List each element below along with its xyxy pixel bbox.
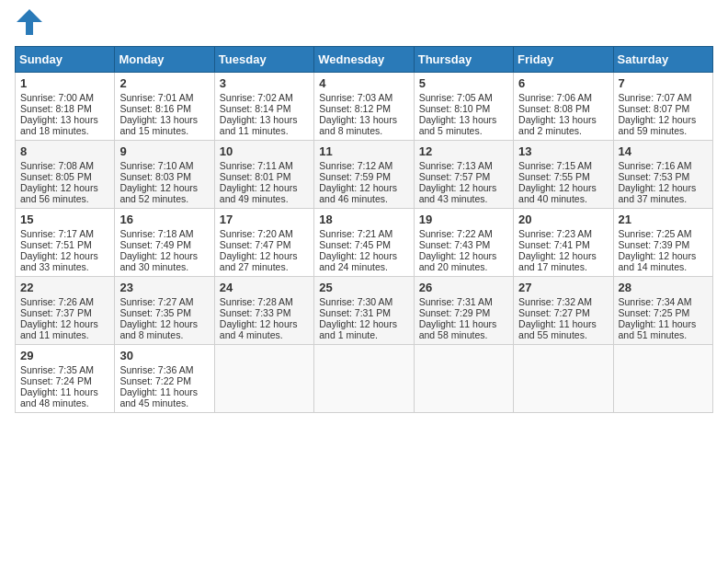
col-header-wednesday: Wednesday <box>314 47 414 73</box>
day-info: Sunrise: 7:06 AM <box>518 92 608 103</box>
calendar-cell: 1Sunrise: 7:00 AMSunset: 8:18 PMDaylight… <box>16 73 115 141</box>
day-info: Sunrise: 7:21 AM <box>319 228 408 239</box>
calendar-table: SundayMondayTuesdayWednesdayThursdayFrid… <box>15 46 713 413</box>
day-info: and 51 minutes. <box>619 329 708 340</box>
day-info: Sunset: 7:29 PM <box>419 307 508 318</box>
logo <box>15 15 42 37</box>
day-info: Daylight: 12 hours <box>419 182 508 193</box>
day-number: 27 <box>518 281 608 294</box>
day-info: Daylight: 13 hours <box>119 114 209 125</box>
day-info: Sunrise: 7:07 AM <box>619 92 708 103</box>
day-info: and 2 minutes. <box>518 125 608 136</box>
day-info: and 14 minutes. <box>619 261 708 272</box>
calendar-cell: 14Sunrise: 7:16 AMSunset: 7:53 PMDayligh… <box>613 141 712 209</box>
day-info: Daylight: 13 hours <box>419 114 508 125</box>
day-info: and 55 minutes. <box>518 329 608 340</box>
day-info: and 5 minutes. <box>419 125 508 136</box>
day-number: 10 <box>220 144 309 158</box>
day-info: Daylight: 11 hours <box>619 318 708 329</box>
day-info: Sunrise: 7:25 AM <box>619 228 708 239</box>
day-info: Daylight: 12 hours <box>20 182 109 193</box>
day-info: Sunrise: 7:17 AM <box>20 228 109 239</box>
day-info: Sunset: 7:33 PM <box>220 307 309 318</box>
col-header-monday: Monday <box>115 47 214 73</box>
calendar-cell: 12Sunrise: 7:13 AMSunset: 7:57 PMDayligh… <box>414 141 513 209</box>
day-number: 2 <box>119 76 209 90</box>
day-number: 12 <box>419 144 508 158</box>
calendar-cell: 15Sunrise: 7:17 AMSunset: 7:51 PMDayligh… <box>16 209 115 277</box>
day-info: and 40 minutes. <box>518 193 608 204</box>
col-header-saturday: Saturday <box>613 47 712 73</box>
day-info: Sunset: 7:27 PM <box>518 307 608 318</box>
day-info: Daylight: 12 hours <box>119 318 209 329</box>
day-info: Sunrise: 7:13 AM <box>419 160 508 171</box>
day-info: Sunrise: 7:20 AM <box>220 228 309 239</box>
day-number: 7 <box>619 76 708 90</box>
calendar-cell: 25Sunrise: 7:30 AMSunset: 7:31 PMDayligh… <box>314 277 414 345</box>
day-info: and 15 minutes. <box>119 125 209 136</box>
day-info: Daylight: 11 hours <box>119 386 209 397</box>
day-number: 29 <box>20 349 109 362</box>
day-info: Sunset: 7:35 PM <box>119 307 209 318</box>
day-info: Sunrise: 7:18 AM <box>119 228 209 239</box>
day-info: and 30 minutes. <box>119 261 209 272</box>
day-info: Daylight: 12 hours <box>20 318 109 329</box>
day-info: Sunset: 8:05 PM <box>20 171 109 182</box>
day-info: Sunset: 7:41 PM <box>518 239 608 250</box>
day-info: and 27 minutes. <box>220 261 309 272</box>
calendar-cell <box>314 345 414 413</box>
col-header-friday: Friday <box>514 47 613 73</box>
day-number: 25 <box>319 281 408 294</box>
day-info: and 49 minutes. <box>220 193 309 204</box>
calendar-cell: 22Sunrise: 7:26 AMSunset: 7:37 PMDayligh… <box>16 277 115 345</box>
day-info: Sunset: 7:37 PM <box>20 307 109 318</box>
day-info: Daylight: 11 hours <box>419 318 508 329</box>
calendar-cell: 11Sunrise: 7:12 AMSunset: 7:59 PMDayligh… <box>314 141 414 209</box>
day-info: and 46 minutes. <box>319 193 408 204</box>
day-info: Sunrise: 7:34 AM <box>619 296 708 307</box>
day-info: Sunset: 7:45 PM <box>319 239 408 250</box>
day-info: Daylight: 12 hours <box>319 318 408 329</box>
day-info: Daylight: 12 hours <box>518 182 608 193</box>
calendar-cell: 28Sunrise: 7:34 AMSunset: 7:25 PMDayligh… <box>613 277 712 345</box>
day-info: Sunset: 8:14 PM <box>220 103 309 114</box>
day-info: Sunset: 7:31 PM <box>319 307 408 318</box>
day-info: and 17 minutes. <box>518 261 608 272</box>
day-info: Sunrise: 7:16 AM <box>619 160 708 171</box>
day-info: Sunset: 8:01 PM <box>220 171 309 182</box>
day-number: 24 <box>220 281 309 294</box>
day-info: and 59 minutes. <box>619 125 708 136</box>
day-info: Sunrise: 7:35 AM <box>20 364 109 375</box>
day-info: Sunset: 7:47 PM <box>220 239 309 250</box>
day-number: 8 <box>20 144 109 158</box>
day-info: Sunrise: 7:12 AM <box>319 160 408 171</box>
calendar-cell: 18Sunrise: 7:21 AMSunset: 7:45 PMDayligh… <box>314 209 414 277</box>
calendar-cell <box>613 345 712 413</box>
day-info: Sunset: 7:57 PM <box>419 171 508 182</box>
calendar-cell: 9Sunrise: 7:10 AMSunset: 8:03 PMDaylight… <box>115 141 214 209</box>
day-info: Sunrise: 7:28 AM <box>220 296 309 307</box>
day-info: and 4 minutes. <box>220 329 309 340</box>
day-info: Sunrise: 7:22 AM <box>419 228 508 239</box>
day-info: Daylight: 12 hours <box>419 250 508 261</box>
day-number: 11 <box>319 144 408 158</box>
day-info: Sunset: 8:16 PM <box>119 103 209 114</box>
day-info: Sunrise: 7:02 AM <box>220 92 309 103</box>
day-info: and 11 minutes. <box>220 125 309 136</box>
day-info: Sunrise: 7:08 AM <box>20 160 109 171</box>
col-header-sunday: Sunday <box>16 47 115 73</box>
calendar-cell: 4Sunrise: 7:03 AMSunset: 8:12 PMDaylight… <box>314 73 414 141</box>
svg-marker-0 <box>17 9 42 35</box>
calendar-cell: 21Sunrise: 7:25 AMSunset: 7:39 PMDayligh… <box>613 209 712 277</box>
day-info: and 58 minutes. <box>419 329 508 340</box>
day-info: Daylight: 12 hours <box>319 182 408 193</box>
day-info: Sunrise: 7:05 AM <box>419 92 508 103</box>
day-info: and 48 minutes. <box>20 397 109 408</box>
day-info: Daylight: 12 hours <box>119 182 209 193</box>
day-info: Sunrise: 7:00 AM <box>20 92 109 103</box>
day-info: Sunset: 8:10 PM <box>419 103 508 114</box>
day-number: 23 <box>119 281 209 294</box>
calendar-cell: 3Sunrise: 7:02 AMSunset: 8:14 PMDaylight… <box>214 73 313 141</box>
day-info: and 1 minute. <box>319 329 408 340</box>
calendar-cell: 30Sunrise: 7:36 AMSunset: 7:22 PMDayligh… <box>115 345 214 413</box>
